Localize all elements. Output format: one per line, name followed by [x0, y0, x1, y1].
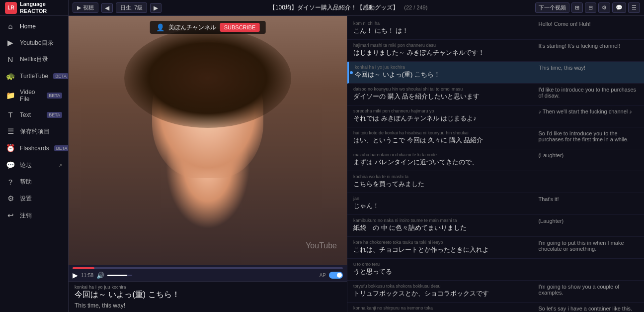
subtitle-furi: kamibukuro no naka ni iroiro tsume te ma…: [353, 218, 532, 223]
play-button[interactable]: ▶: [73, 271, 78, 279]
subtitle-jp-block: hajimari mashi ta miki pon channeru desu…: [353, 43, 532, 58]
subtitle-furi: kore ha chokoreeto toka tsuku ta toki ni…: [353, 240, 532, 245]
menu-button[interactable]: ☰: [628, 2, 640, 13]
subtitle-entry[interactable]: toryufu bokkusu toka shokora bokkusu des…: [347, 281, 644, 303]
subtitle-jp-block: kamibukuro no naka ni iroiro tsume te ma…: [353, 218, 532, 233]
volume-bar[interactable]: [107, 275, 132, 276]
subtitle-furi: hajimari mashi ta miki pon channeru desu: [353, 43, 532, 48]
netflix-icon: N: [6, 55, 15, 64]
ap-toggle[interactable]: [329, 272, 343, 279]
volume-fill: [107, 275, 127, 276]
topbar-controls: 下一个视频 ⊞ ⊟ ⚙ 💬 ☰: [535, 2, 640, 13]
topbar: ▶ 視聴 ◀ 日生, 7級 ▶ 【100均】ダイソー購入品紹介！【感動グッズ】 …: [69, 0, 644, 16]
app-logo-icon: LR: [5, 2, 17, 14]
subtitle-list[interactable]: kom ni chi haこん！ にち！ は！Hello! Come on! H…: [347, 16, 644, 312]
subtitle-entry[interactable]: hai toiu koto de konkai ha hisabisa ni k…: [347, 127, 644, 149]
subtitle-jp-block: kore ha chokoreeto toka tsuku ta toki ni…: [353, 240, 532, 255]
subtitle-translation: That's it!: [538, 196, 638, 211]
subtitle-furi: daisoo no kounyuu hin wo shoukai shi tai…: [353, 87, 532, 92]
sidebar-item-netflix[interactable]: N Netflix目录: [0, 51, 68, 68]
sidebar-item-home[interactable]: ⌂ Home: [0, 18, 68, 34]
sidebar-label-netflix: Netflix目录: [20, 55, 62, 64]
sidebar-item-help[interactable]: ? 帮助: [0, 174, 68, 190]
next-video-button[interactable]: 下一个视频: [535, 2, 569, 13]
help-icon: ?: [6, 178, 15, 186]
subtitle-furi: mazuha barentain ni chikazui te ki ta no…: [353, 152, 532, 157]
channel-name: 美ぽんチャンネル: [168, 23, 216, 32]
time-display: 11:58: [81, 273, 93, 278]
furigana-word: i: [95, 285, 96, 290]
video-container[interactable]: 👤 美ぽんチャンネル SUBSCRIBE YouTube: [69, 16, 347, 265]
current-translation: This time, this way!: [75, 302, 341, 309]
subtitle-jp-block: mazuha barentain ni chikazui te ki ta no…: [353, 152, 532, 168]
subtitle-translation: This time, this way!: [539, 65, 639, 80]
subtitle-entry[interactable]: konkai ha i yo juu kochira今回は～ いよっ(重) こち…: [347, 62, 644, 84]
sidebar-item-text[interactable]: T TextBETA: [0, 106, 68, 123]
date-display: 日生, 7級: [116, 2, 147, 13]
subtitle-japanese: ダイソーの 購入 品を紹介したいと思います: [353, 92, 532, 101]
subtitle-entry[interactable]: kom ni chi haこん！ にち！ は！Hello! Come on! H…: [347, 18, 644, 40]
subtitle-furi: kochira wo ka te ni mashi ta: [353, 174, 532, 179]
nav-back-button[interactable]: ◀: [101, 3, 113, 13]
subtitle-entry[interactable]: hajimari mashi ta miki pon channeru desu…: [347, 40, 644, 62]
nav-forward-button[interactable]: ▶: [150, 3, 161, 13]
badge-text: BETA: [47, 112, 62, 118]
subtitle-jp-block: kom ni chi haこん！ にち！ は！: [353, 21, 532, 36]
subscribe-button[interactable]: SUBSCRIBE: [220, 23, 260, 32]
subtitle-entry[interactable]: kochira wo ka te ni mashi taこちらを買ってみました: [347, 171, 644, 193]
furigana-word: konkai: [75, 285, 87, 290]
layout-grid4-button[interactable]: ⊟: [585, 2, 596, 13]
sidebar-item-youtube[interactable]: ▶ Youtube目录: [0, 34, 68, 51]
sidebar-label-videofile: Video File: [20, 89, 42, 103]
sidebar-label-help: 帮助: [20, 178, 62, 186]
subtitle-entry[interactable]: konna kanji no shirpuru na iremono tokaこ…: [347, 303, 644, 312]
sidebar-item-saved[interactable]: ☰ 保存约项目: [0, 123, 68, 140]
subtitle-translation: (Laughter): [538, 152, 638, 168]
subtitle-translation: It's starting! It's a fucking channel!: [538, 43, 638, 58]
settings-button[interactable]: ⚙: [598, 2, 610, 13]
subtitle-entry[interactable]: kore ha chokoreeto toka tsuku ta toki ni…: [347, 237, 644, 259]
subtitle-japanese: 今回は～ いよっ(重) こちら！: [355, 70, 533, 79]
subtitle-translation: I'm going to show you a couple of exampl…: [538, 284, 638, 299]
browse-button[interactable]: ▶ 視聴: [73, 2, 98, 13]
subtitle-entry[interactable]: daisoo no kounyuu hin wo shoukai shi tai…: [347, 84, 644, 105]
sidebar-item-videofile[interactable]: 📁 Video FileBETA: [0, 85, 68, 106]
logo-area: LR Language REACTOR: [0, 0, 68, 16]
subtitle-translation: [538, 262, 638, 277]
subtitle-entry[interactable]: soredeha miki pon channeru hajimaru yoそれ…: [347, 105, 644, 127]
layout-grid2-button[interactable]: ⊞: [571, 2, 583, 13]
progress-fill: [73, 267, 94, 269]
sidebar-item-turtletube[interactable]: 🐢 TurtleTubeBETA: [0, 68, 68, 85]
subtitle-entry[interactable]: janじゃん！That's it!: [347, 193, 644, 215]
video-panel: 👤 美ぽんチャンネル SUBSCRIBE YouTube ▶ 11:58 🔊: [69, 16, 347, 312]
video-title: 【100均】ダイソー購入品紹介！【感動グッズ】 (22 / 249): [164, 3, 532, 12]
subtitle-jp-block: konna kanji no shirpuru na iremono tokaこ…: [353, 306, 532, 312]
subtitle-furi: toryufu bokkusu toka shokora bokkusu des…: [353, 284, 532, 289]
subtitle-translation: So I'd like to introduce you to the purc…: [538, 130, 638, 146]
main-content: ▶ 視聴 ◀ 日生, 7級 ▶ 【100均】ダイソー購入品紹介！【感動グッズ】 …: [69, 0, 644, 312]
subtitle-entry[interactable]: u to omo teruうと思ってる: [347, 259, 644, 281]
ext-icon-forum: ↗: [58, 163, 62, 168]
sidebar-item-logout[interactable]: ↩ 注销: [0, 207, 68, 224]
subtitle-entry[interactable]: kamibukuro no naka ni iroiro tsume te ma…: [347, 215, 644, 237]
subtitle-translation: So let's say i have a container like thi…: [538, 306, 638, 312]
sidebar-item-forum[interactable]: 💬 论坛↗: [0, 157, 68, 174]
subtitle-japanese: これは、チョコレートとか作ったときに入れよ: [353, 245, 532, 254]
content-area: 👤 美ぽんチャンネル SUBSCRIBE YouTube ▶ 11:58 🔊: [69, 16, 644, 312]
sidebar-label-turtletube: TurtleTube: [20, 73, 48, 80]
subtitle-jp-block: konkai ha i yo juu kochira今回は～ いよっ(重) こち…: [355, 65, 533, 80]
sidebar-item-settings[interactable]: ⚙ 设置: [0, 190, 68, 207]
subtitle-entry[interactable]: mazuha barentain ni chikazui te ki ta no…: [347, 149, 644, 171]
sidebar: LR Language REACTOR ⌂ Home▶ Youtube目录N N…: [0, 0, 69, 312]
subtitle-translation: ♪ Then we'll start the fucking channel ♪: [538, 108, 638, 124]
chat-button[interactable]: 💬: [612, 2, 626, 13]
sidebar-item-flashcards[interactable]: ⏰ FlashcardsBETA: [0, 140, 68, 157]
subtitle-translation: (Laughter): [538, 218, 638, 233]
volume-icon[interactable]: 🔊: [96, 272, 104, 279]
subtitle-jp-block: u to omo teruうと思ってる: [353, 262, 532, 277]
youtube-icon: ▶: [6, 38, 15, 47]
subtitle-jp-block: hai toiu koto de konkai ha hisabisa ni k…: [353, 130, 532, 146]
subtitle-jp-block: kochira wo ka te ni mashi taこちらを買ってみました: [353, 174, 532, 190]
current-subtitle-panel: konkaihaiyojuukochira 今回は～ いよっ(重) こちら！ T…: [69, 281, 347, 312]
progress-bar[interactable]: [73, 267, 343, 269]
